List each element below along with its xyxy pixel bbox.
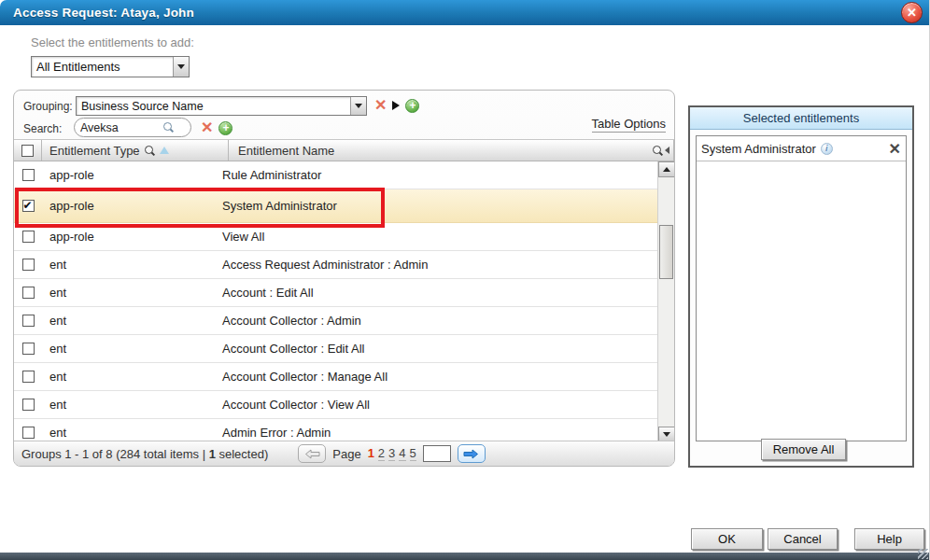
collapse-search-icon [665, 147, 669, 154]
scrollbar-thumb[interactable] [659, 225, 673, 279]
grouping-label: Grouping: [23, 100, 73, 113]
entitlements-table-body: app-role Rule Administrator app-role Sys… [14, 161, 674, 442]
row-entitlement-type: ent [42, 398, 222, 412]
entitlement-type-dropdown[interactable]: All Entitlements [31, 56, 190, 77]
cancel-button[interactable]: Cancel [768, 528, 838, 550]
clear-search-icon[interactable]: ✕ [201, 120, 213, 135]
table-row[interactable]: ent Account Collector : View All [14, 391, 674, 419]
table-row[interactable]: ent Access Request Administrator : Admin [14, 251, 674, 279]
row-checkbox[interactable] [22, 169, 35, 181]
page-link-4[interactable]: 4 [399, 446, 405, 461]
chevron-down-icon[interactable] [173, 57, 189, 77]
add-search-icon[interactable]: + [218, 121, 232, 135]
sort-ascending-icon [160, 147, 169, 154]
table-row[interactable]: ent Account Collector : Edit All [14, 335, 674, 363]
selected-entitlements-panel: Selected entitlements System Administrat… [688, 105, 914, 468]
row-checkbox[interactable] [22, 427, 35, 439]
page-link-2[interactable]: 2 [378, 446, 385, 461]
selected-entitlements-title: Selected entitlements [690, 107, 912, 130]
column-header-entitlement-name[interactable]: Entitlement Name [229, 140, 641, 161]
select-all-checkbox[interactable] [21, 145, 34, 157]
next-page-button[interactable] [458, 444, 486, 463]
row-checkbox[interactable] [22, 399, 35, 411]
row-entitlement-name: Account : Edit All [222, 286, 314, 300]
selected-entitlements-list: System Administrator i ✕ [696, 135, 907, 441]
help-button[interactable]: Help [854, 528, 924, 550]
table-options-link[interactable]: Table Options [592, 117, 667, 133]
column-search-icon[interactable] [144, 145, 156, 157]
row-checkbox[interactable] [22, 231, 35, 243]
ok-button[interactable]: OK [691, 528, 763, 550]
dialog-title: Access Request: Ataya, John [0, 6, 194, 20]
row-entitlement-name: Access Request Administrator : Admin [222, 258, 428, 272]
grouping-dropdown-value: Business Source Name [77, 100, 350, 113]
table-row[interactable]: app-role View All [14, 223, 674, 251]
table-row[interactable]: app-role System Administrator [14, 189, 674, 223]
selected-entitlement-name: System Administrator [701, 142, 816, 156]
column-header-entitlement-type[interactable]: Entitlement Type [42, 140, 229, 161]
row-entitlement-type: app-role [42, 230, 222, 244]
scroll-up-icon[interactable] [658, 161, 675, 177]
row-entitlement-type: ent [42, 314, 222, 328]
results-summary: Groups 1 - 1 of 8 (284 total items | 1 s… [14, 447, 268, 461]
remove-item-icon[interactable]: ✕ [889, 140, 901, 158]
search-icon [652, 145, 664, 157]
table-row[interactable]: ent Account Collector : Admin [14, 307, 674, 335]
row-checkbox[interactable] [22, 259, 35, 271]
row-entitlement-type: ent [42, 286, 222, 300]
add-grouping-icon[interactable]: + [405, 99, 419, 113]
row-entitlement-type: ent [42, 426, 222, 440]
row-entitlement-name: Account Collector : Admin [222, 314, 361, 328]
select-entitlements-label: Select the entitlements to add: [31, 35, 194, 49]
table-row[interactable]: ent Admin Error : Admin [14, 419, 674, 442]
previous-page-button[interactable] [298, 444, 326, 463]
table-footer: Groups 1 - 1 of 8 (284 total items | 1 s… [14, 441, 674, 466]
chevron-down-icon[interactable] [350, 97, 366, 115]
entitlement-type-label: Entitlement Type [49, 144, 140, 158]
search-icon[interactable] [162, 121, 175, 133]
window-bottom-edge [0, 553, 930, 560]
current-page-number: 1 [368, 446, 374, 461]
entitlement-type-dropdown-value: All Entitlements [32, 60, 173, 74]
table-row[interactable]: app-role Rule Administrator [14, 161, 674, 189]
selected-entitlement-item: System Administrator i ✕ [697, 136, 906, 161]
row-entitlement-name: Rule Administrator [222, 168, 321, 182]
row-entitlement-type: app-role [42, 168, 222, 182]
table-row[interactable]: ent Account Collector : Manage All [14, 363, 674, 391]
dialog-titlebar: Access Request: Ataya, John ✕ [0, 0, 930, 25]
resize-grip[interactable] [918, 549, 928, 559]
row-entitlement-type: ent [42, 370, 222, 384]
header-search-toggle[interactable] [641, 140, 674, 161]
apply-grouping-icon[interactable] [392, 101, 400, 110]
grouping-dropdown[interactable]: Business Source Name [76, 96, 367, 116]
row-entitlement-name: System Administrator [222, 199, 337, 213]
pagination: Page 1 2 3 4 5 [298, 444, 486, 463]
row-checkbox[interactable] [22, 343, 35, 355]
remove-all-button[interactable]: Remove All [761, 439, 846, 460]
row-checkbox[interactable] [22, 287, 35, 299]
row-entitlement-name: Account Collector : View All [222, 398, 370, 412]
row-entitlement-name: Account Collector : Edit All [222, 342, 364, 356]
row-entitlement-type: app-role [42, 199, 222, 213]
clear-grouping-icon[interactable]: ✕ [374, 98, 387, 113]
row-entitlement-name: View All [222, 230, 264, 244]
table-scrollbar[interactable] [657, 161, 674, 442]
page-link-5[interactable]: 5 [410, 446, 416, 461]
close-icon[interactable]: ✕ [901, 2, 923, 23]
search-label: Search: [23, 122, 62, 135]
search-field[interactable] [74, 118, 191, 137]
info-icon[interactable]: i [821, 143, 833, 155]
page-link-3[interactable]: 3 [388, 446, 395, 461]
entitlement-name-label: Entitlement Name [238, 144, 334, 158]
table-header: Entitlement Type Entitlement Name [14, 139, 674, 161]
page-label: Page [332, 447, 360, 461]
entitlements-browser-panel: Grouping: Business Source Name ✕ + Searc… [13, 90, 675, 467]
row-checkbox[interactable] [22, 315, 35, 327]
goto-page-input[interactable] [423, 445, 451, 462]
row-entitlement-type: ent [42, 258, 222, 272]
row-checkbox[interactable] [22, 371, 35, 383]
row-entitlement-name: Admin Error : Admin [222, 426, 331, 440]
row-checkbox[interactable] [22, 200, 35, 212]
table-row[interactable]: ent Account : Edit All [14, 279, 674, 307]
search-input[interactable] [80, 121, 162, 134]
